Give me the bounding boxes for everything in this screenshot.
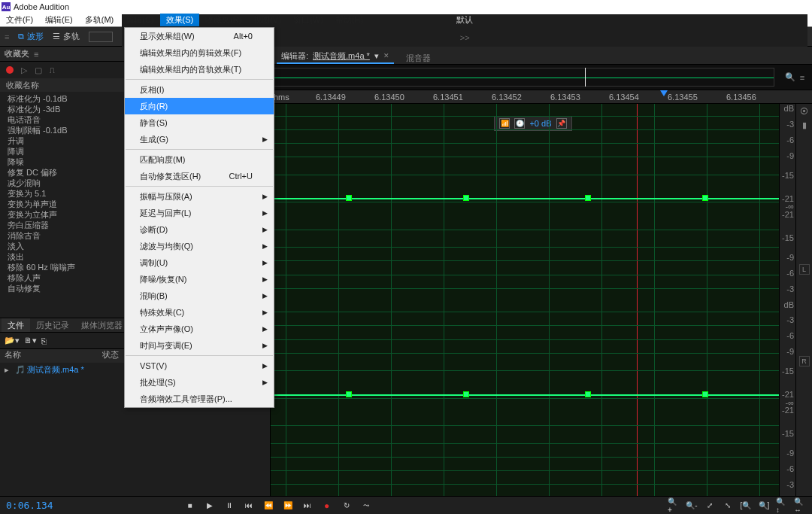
menu-item[interactable]: 立体声声像(O)▶ [125, 321, 274, 337]
zoom-tool-icon[interactable]: 🔍 [785, 72, 795, 82]
stop-button[interactable]: ■ [184, 500, 196, 512]
menu-item[interactable]: 降噪/恢复(N)▶ [125, 271, 274, 287]
menu-help[interactable]: 帮助(H) [329, 14, 369, 26]
keyframe-handle[interactable] [703, 196, 707, 200]
new-file-icon[interactable]: 🗎▾ [24, 336, 37, 345]
open-file-icon[interactable]: 📂▾ [5, 336, 20, 345]
keyframe-handle[interactable] [586, 392, 590, 397]
pan-toggle-icon[interactable]: ▮ [802, 120, 807, 130]
zoom-in-icon[interactable]: 🔍+ [668, 500, 680, 512]
favorites-panel-menu-icon[interactable]: ≡ [34, 50, 38, 59]
zoom-fit-icon[interactable]: ⤢ [704, 500, 716, 512]
tool-slot[interactable] [89, 32, 113, 42]
loop-button[interactable]: ↻ [341, 500, 353, 512]
overview-strip[interactable]: 🔍 ≡ [271, 65, 812, 90]
menu-item[interactable]: 静音(S) [125, 114, 274, 131]
view-waveform[interactable]: ⧉波形 [18, 31, 44, 42]
menu-item[interactable]: 特殊效果(C)▶ [125, 304, 274, 321]
pause-button[interactable]: ⏸ [223, 500, 235, 512]
menu-item[interactable]: 显示效果组(W)Alt+0 [125, 28, 274, 44]
menu-file[interactable]: 文件(F) [0, 14, 39, 26]
overview-waveform[interactable] [274, 68, 774, 87]
workspace-more[interactable]: >> [460, 33, 470, 42]
hud-pin-icon[interactable]: 📌 [556, 118, 567, 129]
menu-multitrack[interactable]: 多轨(M) [79, 14, 120, 26]
playhead-line[interactable] [637, 104, 638, 496]
menu-item[interactable]: 编辑效果组内的剪辑效果(F) [125, 44, 274, 61]
record-button[interactable]: ● [321, 500, 333, 512]
menu-item[interactable]: 反相(I) [125, 81, 274, 98]
editor-tabs[interactable]: 编辑器: 测试音频.m4a * ▾ ✕ 混音器 [271, 47, 812, 65]
menu-item[interactable]: 音频增效工具管理器(P)... [125, 391, 274, 407]
editor-tab[interactable]: 编辑器: 测试音频.m4a * ▾ ✕ [277, 49, 394, 64]
menu-item[interactable]: 批处理(S)▶ [125, 374, 274, 391]
skip-start-button[interactable]: ⏮ [243, 500, 255, 512]
effects-dropdown[interactable]: 显示效果组(W)Alt+0编辑效果组内的剪辑效果(F)编辑效果组内的音轨效果(T… [124, 27, 274, 408]
menu-item[interactable]: 反向(R) [125, 98, 274, 114]
mixer-tab[interactable]: 混音器 [406, 53, 431, 64]
menu-item[interactable]: 调制(U)▶ [125, 254, 274, 271]
panel-menu-icon[interactable]: ≡ [5, 32, 9, 41]
stop-favorite-icon[interactable]: ▢ [35, 65, 42, 75]
expand-icon[interactable]: ▸ [5, 365, 15, 375]
spectrum-toggle-icon[interactable]: ⦿ [800, 107, 808, 116]
keyframe-handle[interactable] [703, 392, 707, 397]
tab-history[interactable]: 历史记录 [30, 318, 75, 332]
workspace-default[interactable]: 默认 [456, 14, 473, 26]
timecode[interactable]: 0:06.134 [6, 500, 53, 511]
editor-tab-close-icon[interactable]: ✕ [383, 52, 389, 59]
menu-clip[interactable]: 剪辑(C) [120, 14, 159, 26]
forward-button[interactable]: ⏩ [282, 500, 294, 512]
menu-favorites[interactable]: 收藏夹(R) [199, 14, 247, 26]
channel-right-indicator[interactable]: R [799, 356, 810, 366]
list-tool-icon[interactable]: ≡ [800, 73, 804, 82]
zoom-selection-icon[interactable]: ⤡ [722, 500, 734, 512]
play-button[interactable]: ▶ [204, 500, 216, 512]
menu-view[interactable]: 视图(V) [247, 14, 287, 26]
menu-window[interactable]: 窗口(W) [287, 14, 329, 26]
zoom-out-icon[interactable]: 🔍- [686, 500, 698, 512]
menu-effects[interactable]: 效果(S) [160, 14, 200, 26]
menu-item[interactable]: 生成(G)▶ [125, 131, 274, 148]
waveform-canvas[interactable]: 📶 🕘 +0 dB 📌 [271, 104, 779, 496]
channel-left-indicator[interactable]: L [799, 264, 810, 275]
hud-clock-icon[interactable]: 🕘 [514, 118, 525, 129]
col-name[interactable]: 名称 [5, 349, 102, 363]
playhead-marker[interactable] [660, 90, 668, 96]
menu-item[interactable]: 滤波与均衡(Q)▶ [125, 238, 274, 254]
play-favorite-icon[interactable]: ▷ [21, 65, 27, 75]
keyframe-handle[interactable] [464, 392, 468, 397]
hud-bars-icon[interactable]: 📶 [499, 118, 510, 129]
file-name[interactable]: 测试音频.m4a * [27, 364, 102, 376]
zoom-out-time-icon[interactable]: 🔍] [758, 500, 770, 512]
zoom-vert-in-icon[interactable]: 🔍↕ [776, 500, 788, 512]
keyframe-handle[interactable] [586, 196, 590, 200]
record-favorite-icon[interactable] [6, 66, 14, 74]
keyframe-handle[interactable] [464, 196, 468, 200]
rewind-button[interactable]: ⏪ [262, 500, 274, 512]
menu-edit[interactable]: 编辑(E) [39, 14, 79, 26]
menu-item[interactable]: 编辑效果组内的音轨效果(T) [125, 61, 274, 78]
menu-item[interactable]: 匹配响度(M) [125, 151, 274, 168]
zoom-in-time-icon[interactable]: [🔍 [740, 500, 752, 512]
view-multitrack[interactable]: ☰多轨 [53, 31, 80, 42]
menu-item[interactable]: 诊断(D)▶ [125, 221, 274, 238]
menu-item[interactable]: 自动修复选区(H)Ctrl+U [125, 168, 274, 184]
keyframe-handle[interactable] [347, 392, 351, 397]
overview-playhead[interactable] [585, 68, 586, 87]
zoom-vert-out-icon[interactable]: 🔍↔ [794, 500, 806, 512]
tab-media-browser[interactable]: 媒体浏览器 [75, 318, 129, 332]
menu-item[interactable]: 延迟与回声(L)▶ [125, 205, 274, 221]
menu-item[interactable]: VST(V)▶ [125, 357, 274, 374]
keyframe-handle[interactable] [347, 196, 351, 200]
tab-files[interactable]: 文件 [2, 318, 30, 332]
skip-selection-button[interactable]: ⤳ [360, 500, 372, 512]
col-fav-name[interactable]: 收藏名称 [6, 80, 39, 91]
editor-tab-dropdown-icon[interactable]: ▾ [374, 51, 379, 61]
insert-icon[interactable]: ⎘ [41, 336, 47, 345]
skip-end-button[interactable]: ⏭ [301, 500, 314, 512]
timeline-ruler[interactable]: hms 6.134496.134506.134516.134526.134536… [271, 90, 812, 104]
menu-item[interactable]: 混响(B)▶ [125, 287, 274, 304]
menu-item[interactable]: 时间与变调(E)▶ [125, 337, 274, 354]
edit-favorite-icon[interactable]: ⎍ [50, 65, 55, 75]
